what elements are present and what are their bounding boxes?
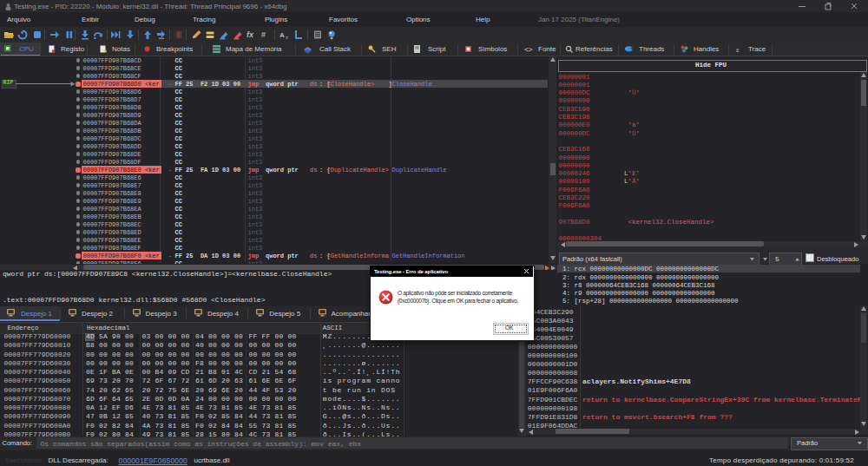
svg-text:<>: <> bbox=[524, 46, 533, 54]
svg-text:ε: ε bbox=[736, 45, 740, 54]
